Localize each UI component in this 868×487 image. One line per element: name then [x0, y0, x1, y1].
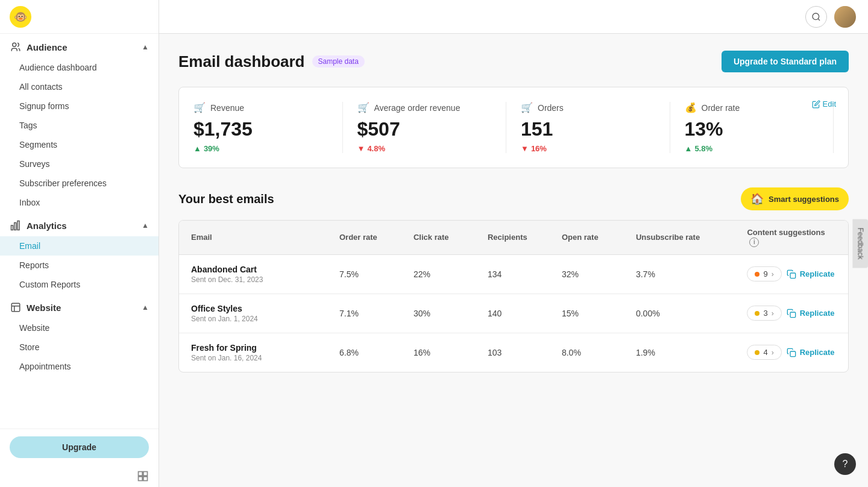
stat-order-rate-value: 13% — [685, 118, 819, 140]
avg-order-cart-icon: 🛒 — [357, 102, 370, 113]
order-rate-cell: 7.5% — [339, 269, 414, 279]
open-rate-cell: 32% — [562, 269, 636, 279]
suggestions-pill[interactable]: 4 › — [747, 345, 781, 360]
recipients-cell: 140 — [488, 309, 562, 318]
sidebar-item-signup-forms[interactable]: Signup forms — [0, 96, 159, 116]
stat-orders: 🛒 Orders 151 ▼ 16% — [506, 102, 670, 153]
chevron-right-icon: › — [772, 270, 774, 278]
content-suggestions-info-icon[interactable]: i — [749, 237, 759, 247]
sidebar-item-email[interactable]: Email — [0, 236, 159, 256]
email-date: Sent on Jan. 1, 2024 — [191, 315, 339, 323]
dashboard-title-row: Email dashboard Sample data — [178, 52, 365, 71]
best-emails-title: Your best emails — [178, 192, 274, 206]
stat-avg-label: Average order revenue — [374, 103, 461, 113]
table-row: Abandoned Cart Sent on Dec. 31, 2023 7.5… — [179, 255, 848, 294]
replicate-button-row0[interactable]: Replicate — [787, 269, 835, 279]
click-rate-cell: 22% — [414, 269, 488, 279]
content-suggestions-cell: 9 › Replicate — [747, 266, 836, 281]
feedback-tab[interactable]: Feedback — [853, 219, 868, 268]
stat-order-rate-label-row: 💰 Order rate — [685, 102, 819, 113]
col-order-rate: Order rate — [339, 233, 414, 242]
search-button[interactable] — [805, 6, 827, 28]
smart-suggestions-button[interactable]: 🏠 Smart suggestions — [741, 187, 849, 210]
chevron-right-icon: › — [772, 348, 774, 357]
sidebar-item-inbox[interactable]: Inbox — [0, 193, 159, 212]
analytics-chevron-icon: ▲ — [142, 221, 149, 230]
sidebar-item-custom-reports[interactable]: Custom Reports — [0, 275, 159, 294]
audience-section-title: Audience — [10, 41, 68, 53]
unsub-rate-cell: 3.7% — [636, 269, 747, 279]
suggestions-pill[interactable]: 9 › — [747, 266, 781, 281]
dashboard-title: Email dashboard — [178, 52, 305, 71]
suggestions-pill[interactable]: 3 › — [747, 306, 781, 321]
user-avatar[interactable] — [834, 6, 856, 28]
edit-link[interactable]: Edit — [812, 99, 836, 108]
replicate-button-row1[interactable]: Replicate — [787, 309, 835, 318]
sidebar-item-segments[interactable]: Segments — [0, 135, 159, 154]
sidebar-item-all-contacts[interactable]: All contacts — [0, 77, 159, 96]
analytics-items: Email Reports Custom Reports — [0, 236, 159, 294]
stat-avg-change: ▼ 4.8% — [357, 144, 492, 153]
sidebar-item-audience-dashboard[interactable]: Audience dashboard — [0, 58, 159, 77]
sidebar-header: 🐵 — [0, 0, 159, 34]
svg-point-9 — [813, 13, 819, 20]
sidebar-item-surveys[interactable]: Surveys — [0, 154, 159, 174]
sidebar-section-analytics[interactable]: Analytics ▲ — [0, 212, 159, 236]
mailchimp-logo: 🐵 — [10, 6, 31, 28]
stat-revenue-value: $1,735 — [193, 118, 328, 140]
col-recipients: Recipients — [488, 233, 562, 242]
email-name: Office Styles — [191, 304, 339, 313]
sidebar-item-store[interactable]: Store — [0, 338, 159, 357]
stat-revenue-label-row: 🛒 Revenue — [193, 102, 328, 113]
website-section-title: Website — [10, 301, 61, 313]
suggestion-dot-icon — [755, 350, 760, 355]
open-rate-cell: 8.0% — [562, 348, 636, 357]
stat-orders-value: 151 — [521, 118, 655, 140]
sidebar-item-tags[interactable]: Tags — [0, 116, 159, 135]
email-date: Sent on Jan. 16, 2024 — [191, 354, 339, 362]
help-button[interactable]: ? — [834, 453, 856, 475]
stat-avg-value: $507 — [357, 118, 492, 140]
sidebar-bottom: Upgrade — [0, 429, 159, 465]
sidebar-item-appointments[interactable]: Appointments — [0, 357, 159, 376]
svg-rect-2 — [14, 223, 16, 230]
orders-down-arrow-icon: ▼ — [521, 144, 529, 153]
analytics-icon — [10, 219, 22, 231]
sidebar-item-website[interactable]: Website — [0, 318, 159, 338]
email-cell-abandoned-cart: Abandoned Cart Sent on Dec. 31, 2023 — [191, 265, 339, 284]
logo-emoji: 🐵 — [14, 10, 27, 24]
unsub-rate-cell: 1.9% — [636, 348, 747, 357]
order-rate-cell: 7.1% — [339, 309, 414, 318]
svg-rect-4 — [11, 303, 20, 312]
sidebar-item-reports[interactable]: Reports — [0, 256, 159, 275]
suggestion-dot-icon — [755, 272, 760, 277]
dashboard-header: Email dashboard Sample data Upgrade to S… — [178, 51, 849, 72]
orders-cart-icon: 🛒 — [521, 102, 533, 113]
stat-order-rate: 💰 Order rate 13% ▲ 5.8% — [670, 102, 834, 153]
sidebar-section-audience[interactable]: Audience ▲ — [0, 34, 159, 58]
order-rate-up-arrow-icon: ▲ — [685, 144, 693, 153]
stat-orders-label: Orders — [538, 103, 564, 113]
email-cell-fresh-spring: Fresh for Spring Sent on Jan. 16, 2024 — [191, 343, 339, 362]
stat-avg-order: 🛒 Average order revenue $507 ▼ 4.8% — [343, 102, 507, 153]
svg-rect-8 — [139, 477, 143, 481]
upgrade-standard-button[interactable]: Upgrade to Standard plan — [722, 51, 849, 72]
col-email: Email — [191, 233, 339, 242]
upgrade-button[interactable]: Upgrade — [10, 436, 149, 458]
table-header: Email Order rate Click rate Recipients O… — [179, 221, 848, 255]
replicate-button-row2[interactable]: Replicate — [787, 348, 835, 357]
website-items: Website Store Appointments — [0, 318, 159, 376]
suggestion-dot-icon — [755, 311, 760, 316]
revenue-cart-icon: 🛒 — [193, 102, 206, 113]
sidebar-item-subscriber-preferences[interactable]: Subscriber preferences — [0, 174, 159, 193]
down-arrow-icon: ▼ — [357, 144, 365, 153]
up-arrow-icon: ▲ — [193, 144, 201, 153]
audience-chevron-icon: ▲ — [142, 43, 149, 51]
smart-icon: 🏠 — [750, 192, 764, 206]
order-rate-money-icon: 💰 — [685, 102, 697, 113]
sidebar-section-website[interactable]: Website ▲ — [0, 294, 159, 318]
website-chevron-icon: ▲ — [142, 303, 149, 312]
sample-data-badge: Sample data — [312, 55, 365, 68]
recipients-cell: 134 — [488, 269, 562, 279]
svg-rect-10 — [790, 273, 796, 278]
